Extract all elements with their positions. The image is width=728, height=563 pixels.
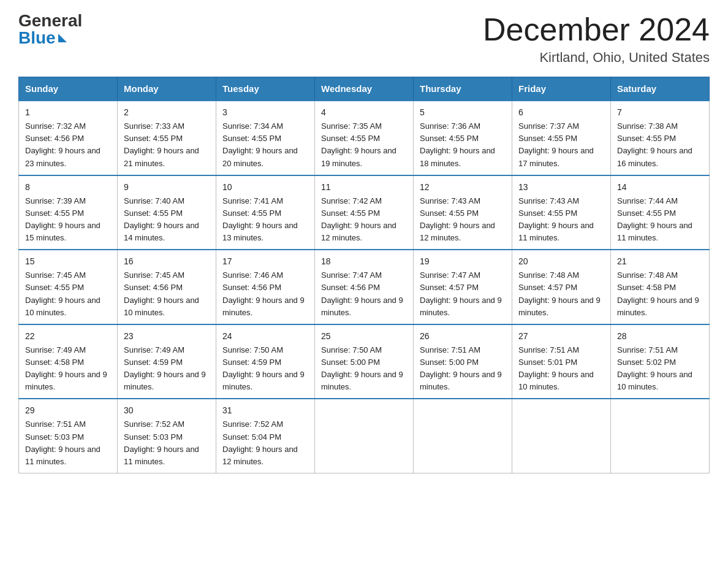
table-row: 28 Sunrise: 7:51 AMSunset: 5:02 PMDaylig… <box>611 324 710 399</box>
table-row: 29 Sunrise: 7:51 AMSunset: 5:03 PMDaylig… <box>19 399 118 473</box>
table-row: 9 Sunrise: 7:40 AMSunset: 4:55 PMDayligh… <box>118 175 216 250</box>
table-row: 26 Sunrise: 7:51 AMSunset: 5:00 PMDaylig… <box>414 324 512 399</box>
table-row: 10 Sunrise: 7:41 AMSunset: 4:55 PMDaylig… <box>216 175 315 250</box>
table-row: 20 Sunrise: 7:48 AMSunset: 4:57 PMDaylig… <box>512 250 611 324</box>
day-info: Sunrise: 7:50 AMSunset: 4:59 PMDaylight:… <box>222 345 305 391</box>
header-friday: Friday <box>512 77 611 101</box>
header-sunday: Sunday <box>19 77 118 101</box>
day-info: Sunrise: 7:48 AMSunset: 4:58 PMDaylight:… <box>617 270 699 316</box>
table-row: 25 Sunrise: 7:50 AMSunset: 5:00 PMDaylig… <box>315 324 414 399</box>
day-number: 19 <box>420 255 506 268</box>
day-info: Sunrise: 7:40 AMSunset: 4:55 PMDaylight:… <box>124 196 199 242</box>
calendar-row: 22 Sunrise: 7:49 AMSunset: 4:58 PMDaylig… <box>19 324 710 399</box>
day-number: 20 <box>518 255 604 268</box>
header-saturday: Saturday <box>611 77 710 101</box>
table-row <box>512 399 611 473</box>
calendar-row: 1 Sunrise: 7:32 AMSunset: 4:56 PMDayligh… <box>19 101 710 175</box>
header-wednesday: Wednesday <box>315 77 414 101</box>
table-row: 3 Sunrise: 7:34 AMSunset: 4:55 PMDayligh… <box>216 101 315 175</box>
table-row: 19 Sunrise: 7:47 AMSunset: 4:57 PMDaylig… <box>414 250 512 324</box>
table-row: 6 Sunrise: 7:37 AMSunset: 4:55 PMDayligh… <box>512 101 611 175</box>
day-info: Sunrise: 7:52 AMSunset: 5:03 PMDaylight:… <box>124 419 199 465</box>
day-number: 30 <box>124 404 210 417</box>
day-number: 16 <box>124 255 210 268</box>
calendar-row: 8 Sunrise: 7:39 AMSunset: 4:55 PMDayligh… <box>19 175 710 250</box>
table-row: 18 Sunrise: 7:47 AMSunset: 4:56 PMDaylig… <box>315 250 414 324</box>
day-number: 6 <box>518 106 604 119</box>
day-number: 24 <box>222 330 308 343</box>
day-info: Sunrise: 7:39 AMSunset: 4:55 PMDaylight:… <box>25 196 100 242</box>
table-row: 5 Sunrise: 7:36 AMSunset: 4:55 PMDayligh… <box>414 101 512 175</box>
table-row: 17 Sunrise: 7:46 AMSunset: 4:56 PMDaylig… <box>216 250 315 324</box>
day-info: Sunrise: 7:46 AMSunset: 4:56 PMDaylight:… <box>222 270 305 316</box>
day-number: 9 <box>124 181 210 194</box>
day-info: Sunrise: 7:47 AMSunset: 4:57 PMDaylight:… <box>420 270 502 316</box>
location-label: Kirtland, Ohio, United States <box>483 50 710 66</box>
day-info: Sunrise: 7:34 AMSunset: 4:55 PMDaylight:… <box>222 121 298 167</box>
day-number: 14 <box>617 181 703 194</box>
day-info: Sunrise: 7:48 AMSunset: 4:57 PMDaylight:… <box>518 270 601 316</box>
day-info: Sunrise: 7:36 AMSunset: 4:55 PMDaylight:… <box>420 121 495 167</box>
day-number: 25 <box>321 330 407 343</box>
table-row: 24 Sunrise: 7:50 AMSunset: 4:59 PMDaylig… <box>216 324 315 399</box>
day-number: 23 <box>124 330 210 343</box>
logo-triangle-icon <box>58 34 67 42</box>
day-info: Sunrise: 7:41 AMSunset: 4:55 PMDaylight:… <box>222 196 298 242</box>
calendar-header-row: Sunday Monday Tuesday Wednesday Thursday… <box>19 77 710 101</box>
day-info: Sunrise: 7:32 AMSunset: 4:56 PMDaylight:… <box>25 121 100 167</box>
table-row: 22 Sunrise: 7:49 AMSunset: 4:58 PMDaylig… <box>19 324 118 399</box>
day-info: Sunrise: 7:50 AMSunset: 5:00 PMDaylight:… <box>321 345 403 391</box>
day-number: 29 <box>25 404 111 417</box>
table-row: 21 Sunrise: 7:48 AMSunset: 4:58 PMDaylig… <box>611 250 710 324</box>
day-number: 18 <box>321 255 407 268</box>
day-info: Sunrise: 7:51 AMSunset: 5:01 PMDaylight:… <box>518 345 594 391</box>
table-row: 2 Sunrise: 7:33 AMSunset: 4:55 PMDayligh… <box>118 101 216 175</box>
header-monday: Monday <box>118 77 216 101</box>
table-row: 11 Sunrise: 7:42 AMSunset: 4:55 PMDaylig… <box>315 175 414 250</box>
day-number: 27 <box>518 330 604 343</box>
day-info: Sunrise: 7:35 AMSunset: 4:55 PMDaylight:… <box>321 121 396 167</box>
day-info: Sunrise: 7:47 AMSunset: 4:56 PMDaylight:… <box>321 270 403 316</box>
day-number: 1 <box>25 106 111 119</box>
day-number: 17 <box>222 255 308 268</box>
day-number: 12 <box>420 181 506 194</box>
day-info: Sunrise: 7:51 AMSunset: 5:03 PMDaylight:… <box>25 419 100 465</box>
day-number: 21 <box>617 255 703 268</box>
table-row: 7 Sunrise: 7:38 AMSunset: 4:55 PMDayligh… <box>611 101 710 175</box>
day-number: 5 <box>420 106 506 119</box>
calendar-row: 29 Sunrise: 7:51 AMSunset: 5:03 PMDaylig… <box>19 399 710 473</box>
table-row: 12 Sunrise: 7:43 AMSunset: 4:55 PMDaylig… <box>414 175 512 250</box>
table-row: 8 Sunrise: 7:39 AMSunset: 4:55 PMDayligh… <box>19 175 118 250</box>
day-number: 31 <box>222 404 308 417</box>
table-row: 31 Sunrise: 7:52 AMSunset: 5:04 PMDaylig… <box>216 399 315 473</box>
table-row: 14 Sunrise: 7:44 AMSunset: 4:55 PMDaylig… <box>611 175 710 250</box>
table-row: 15 Sunrise: 7:45 AMSunset: 4:55 PMDaylig… <box>19 250 118 324</box>
day-info: Sunrise: 7:51 AMSunset: 5:00 PMDaylight:… <box>420 345 502 391</box>
table-row: 23 Sunrise: 7:49 AMSunset: 4:59 PMDaylig… <box>118 324 216 399</box>
day-info: Sunrise: 7:51 AMSunset: 5:02 PMDaylight:… <box>617 345 692 391</box>
table-row: 16 Sunrise: 7:45 AMSunset: 4:56 PMDaylig… <box>118 250 216 324</box>
day-number: 8 <box>25 181 111 194</box>
day-number: 22 <box>25 330 111 343</box>
day-info: Sunrise: 7:49 AMSunset: 4:58 PMDaylight:… <box>25 345 107 391</box>
day-info: Sunrise: 7:43 AMSunset: 4:55 PMDaylight:… <box>420 196 495 242</box>
day-info: Sunrise: 7:44 AMSunset: 4:55 PMDaylight:… <box>617 196 692 242</box>
day-number: 7 <box>617 106 703 119</box>
title-block: December 2024 Kirtland, Ohio, United Sta… <box>483 12 710 66</box>
header-tuesday: Tuesday <box>216 77 315 101</box>
page-header: General Blue December 2024 Kirtland, Ohi… <box>18 12 710 66</box>
table-row <box>414 399 512 473</box>
day-info: Sunrise: 7:52 AMSunset: 5:04 PMDaylight:… <box>222 419 298 465</box>
table-row <box>611 399 710 473</box>
logo-general-text: General <box>18 12 82 29</box>
table-row: 27 Sunrise: 7:51 AMSunset: 5:01 PMDaylig… <box>512 324 611 399</box>
day-number: 26 <box>420 330 506 343</box>
day-number: 15 <box>25 255 111 268</box>
day-number: 10 <box>222 181 308 194</box>
table-row: 13 Sunrise: 7:43 AMSunset: 4:55 PMDaylig… <box>512 175 611 250</box>
table-row <box>315 399 414 473</box>
day-number: 13 <box>518 181 604 194</box>
day-info: Sunrise: 7:45 AMSunset: 4:55 PMDaylight:… <box>25 270 100 316</box>
day-number: 11 <box>321 181 407 194</box>
month-title: December 2024 <box>483 12 710 47</box>
